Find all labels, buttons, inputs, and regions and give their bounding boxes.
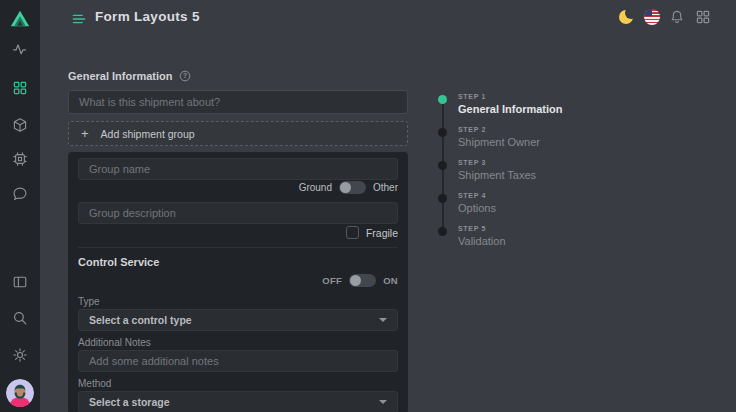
chip-icon [12, 151, 28, 167]
chevron-down-icon [379, 400, 387, 404]
step-title: Validation [458, 235, 718, 247]
step-title: Options [458, 202, 718, 214]
gear-icon [12, 347, 28, 363]
grid-menu-icon [12, 80, 28, 96]
sidebar-item-layouts[interactable] [12, 80, 28, 96]
chevron-down-icon [379, 318, 387, 322]
control-type-select[interactable]: Select a control type [78, 309, 398, 331]
step-dot [438, 227, 447, 236]
storage-select[interactable]: Select a storage [78, 391, 398, 412]
step-label: STEP 1 [458, 93, 718, 100]
step-title: Shipment Owner [458, 136, 718, 148]
other-label: Other [373, 182, 398, 193]
method-label: Method [78, 378, 111, 389]
additional-notes-input[interactable] [78, 350, 398, 372]
off-on-toggle-row: OFF ON [322, 274, 398, 287]
wizard-stepper: STEP 1 General Information STEP 2 Shipme… [434, 0, 734, 412]
user-avatar[interactable] [6, 379, 34, 407]
layout-panel-icon [12, 274, 28, 290]
control-service-title: Control Service [78, 256, 159, 268]
off-label: OFF [322, 275, 342, 286]
type-label: Type [78, 296, 100, 307]
card-divider [78, 247, 398, 248]
step-title: Shipment Taxes [458, 169, 718, 181]
step-dot [438, 161, 447, 170]
on-label: ON [383, 275, 398, 286]
fragile-row: Fragile [346, 226, 398, 239]
sidebar-item-activity[interactable] [12, 41, 28, 57]
shipment-about-input[interactable] [68, 90, 408, 114]
step-dot [438, 194, 447, 203]
chat-bubble-icon [12, 186, 28, 202]
group-description-input[interactable] [78, 202, 398, 224]
add-shipment-group-button[interactable]: + Add shipment group [68, 121, 408, 146]
control-type-value: Select a control type [89, 314, 379, 326]
step-3[interactable]: STEP 3 Shipment Taxes [458, 159, 718, 181]
avatar-image [6, 379, 34, 407]
sidebar-item-settings[interactable] [12, 347, 28, 363]
shipment-group-card: Ground Other Fragile Control Service OFF… [68, 152, 408, 412]
storage-value: Select a storage [89, 396, 379, 408]
sidebar-item-search[interactable] [12, 310, 28, 326]
step-label: STEP 5 [458, 225, 718, 232]
step-2[interactable]: STEP 2 Shipment Owner [458, 126, 718, 148]
cube-icon [12, 117, 28, 133]
step-dot [438, 128, 447, 137]
app-logo[interactable] [9, 8, 31, 30]
step-4[interactable]: STEP 4 Options [458, 192, 718, 214]
search-icon [12, 310, 28, 326]
step-label: STEP 2 [458, 126, 718, 133]
sidebar-item-components[interactable] [12, 117, 28, 133]
step-title: General Information [458, 103, 718, 115]
sidebar-item-layout-panel[interactable] [12, 274, 28, 290]
activity-icon [12, 41, 28, 57]
sidebar-item-ui-features[interactable] [12, 151, 28, 167]
step-5[interactable]: STEP 5 Validation [458, 225, 718, 247]
sidebar-item-chat[interactable] [12, 186, 28, 202]
fragile-checkbox[interactable] [346, 226, 359, 239]
ground-other-toggle[interactable] [339, 181, 366, 194]
group-name-input[interactable] [78, 158, 398, 180]
svg-text:?: ? [183, 72, 187, 79]
ground-other-toggle-row: Ground Other [299, 181, 398, 194]
ground-label: Ground [299, 182, 332, 193]
step-label: STEP 3 [458, 159, 718, 166]
help-circle-icon[interactable]: ? [179, 70, 191, 82]
sidebar [0, 0, 40, 412]
additional-notes-label: Additional Notes [78, 337, 151, 348]
section-heading: General Information ? [68, 70, 191, 82]
fragile-label: Fragile [366, 227, 398, 239]
section-title: General Information [68, 70, 173, 82]
logo-triangle-icon [9, 8, 31, 30]
step-1[interactable]: STEP 1 General Information [458, 93, 718, 115]
add-shipment-group-label: Add shipment group [101, 128, 195, 140]
step-dot [438, 95, 447, 104]
plus-icon: + [81, 127, 89, 140]
step-label: STEP 4 [458, 192, 718, 199]
menu-toggle-icon[interactable] [71, 11, 87, 27]
page-title: Form Layouts 5 [95, 9, 200, 24]
off-on-toggle[interactable] [349, 274, 376, 287]
